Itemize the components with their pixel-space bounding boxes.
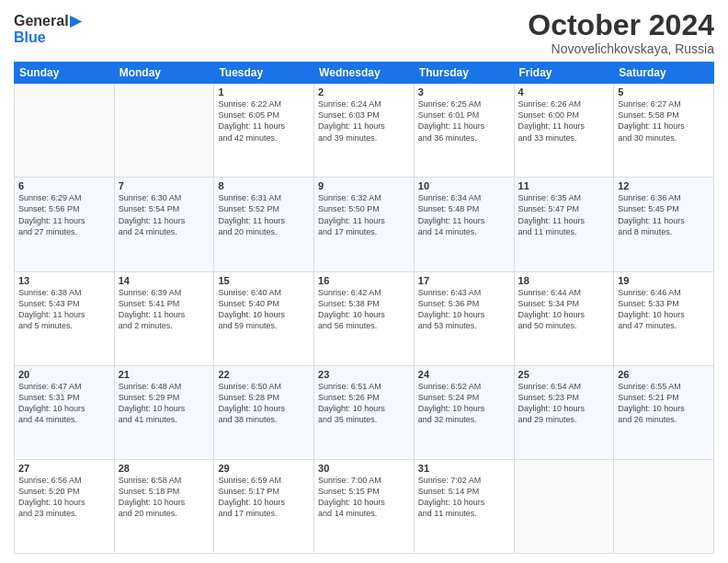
calendar-cell-w2-d3: 9Sunrise: 6:32 AM Sunset: 5:50 PM Daylig…	[314, 178, 415, 271]
day-info: Sunrise: 6:40 AM Sunset: 5:40 PM Dayligh…	[218, 287, 310, 332]
day-number: 24	[418, 369, 510, 380]
day-number: 19	[618, 275, 710, 286]
day-number: 28	[119, 463, 210, 474]
location: Novovelichkovskaya, Russia	[528, 41, 714, 56]
month-title: October 2024	[528, 9, 714, 41]
day-info: Sunrise: 6:54 AM Sunset: 5:23 PM Dayligh…	[518, 381, 610, 426]
calendar-week-3: 13Sunrise: 6:38 AM Sunset: 5:43 PM Dayli…	[15, 271, 714, 365]
day-number: 26	[618, 369, 710, 380]
calendar-header-row: Sunday Monday Tuesday Wednesday Thursday…	[15, 63, 714, 84]
day-info: Sunrise: 6:27 AM Sunset: 5:58 PM Dayligh…	[618, 98, 710, 144]
day-number: 18	[518, 275, 610, 286]
day-number: 12	[618, 180, 710, 191]
calendar-cell-w1-d3: 2Sunrise: 6:24 AM Sunset: 6:03 PM Daylig…	[314, 84, 415, 178]
calendar-cell-w3-d1: 14Sunrise: 6:39 AM Sunset: 5:41 PM Dayli…	[114, 271, 214, 365]
day-info: Sunrise: 6:52 AM Sunset: 5:24 PM Dayligh…	[418, 381, 510, 426]
day-number: 3	[418, 86, 510, 98]
day-info: Sunrise: 6:43 AM Sunset: 5:36 PM Dayligh…	[418, 287, 510, 332]
day-number: 1	[218, 86, 310, 98]
day-info: Sunrise: 6:38 AM Sunset: 5:43 PM Dayligh…	[18, 287, 110, 332]
day-info: Sunrise: 6:36 AM Sunset: 5:45 PM Dayligh…	[618, 192, 710, 237]
day-number: 14	[119, 275, 210, 286]
day-info: Sunrise: 6:55 AM Sunset: 5:21 PM Dayligh…	[618, 381, 710, 426]
calendar-week-2: 6Sunrise: 6:29 AM Sunset: 5:56 PM Daylig…	[15, 178, 714, 271]
calendar-cell-w5-d3: 30Sunrise: 7:00 AM Sunset: 5:15 PM Dayli…	[314, 459, 415, 553]
day-number: 15	[218, 275, 310, 286]
day-info: Sunrise: 6:25 AM Sunset: 6:01 PM Dayligh…	[418, 98, 510, 144]
day-number: 27	[18, 463, 110, 474]
day-number: 29	[218, 463, 310, 474]
calendar-cell-w2-d2: 8Sunrise: 6:31 AM Sunset: 5:52 PM Daylig…	[214, 178, 314, 271]
calendar-cell-w4-d3: 23Sunrise: 6:51 AM Sunset: 5:26 PM Dayli…	[314, 365, 415, 459]
day-info: Sunrise: 6:42 AM Sunset: 5:38 PM Dayligh…	[318, 287, 410, 332]
col-friday: Friday	[514, 63, 614, 84]
day-info: Sunrise: 6:39 AM Sunset: 5:41 PM Dayligh…	[119, 287, 210, 332]
day-info: Sunrise: 6:22 AM Sunset: 6:05 PM Dayligh…	[218, 98, 310, 144]
calendar-cell-w1-d5: 4Sunrise: 6:26 AM Sunset: 6:00 PM Daylig…	[514, 84, 614, 178]
calendar-cell-w4-d5: 25Sunrise: 6:54 AM Sunset: 5:23 PM Dayli…	[514, 365, 614, 459]
calendar-cell-w4-d6: 26Sunrise: 6:55 AM Sunset: 5:21 PM Dayli…	[614, 365, 714, 459]
logo-blue: Blue	[14, 29, 81, 46]
day-number: 16	[318, 275, 410, 286]
logo-general: General▶	[14, 13, 81, 29]
day-number: 10	[418, 180, 510, 191]
day-info: Sunrise: 6:44 AM Sunset: 5:34 PM Dayligh…	[518, 287, 610, 332]
calendar-body: 1Sunrise: 6:22 AM Sunset: 6:05 PM Daylig…	[15, 84, 714, 554]
day-number: 8	[218, 180, 310, 191]
day-number: 22	[218, 369, 310, 380]
calendar-week-4: 20Sunrise: 6:47 AM Sunset: 5:31 PM Dayli…	[15, 365, 714, 459]
calendar-cell-w4-d2: 22Sunrise: 6:50 AM Sunset: 5:28 PM Dayli…	[214, 365, 314, 459]
day-info: Sunrise: 6:58 AM Sunset: 5:18 PM Dayligh…	[119, 475, 210, 520]
calendar-cell-w3-d4: 17Sunrise: 6:43 AM Sunset: 5:36 PM Dayli…	[414, 271, 514, 365]
calendar-cell-w3-d2: 15Sunrise: 6:40 AM Sunset: 5:40 PM Dayli…	[214, 271, 314, 365]
logo-flag-icon: ▶	[70, 13, 81, 29]
day-info: Sunrise: 6:31 AM Sunset: 5:52 PM Dayligh…	[218, 192, 310, 237]
day-number: 21	[119, 369, 210, 380]
calendar-week-5: 27Sunrise: 6:56 AM Sunset: 5:20 PM Dayli…	[15, 459, 714, 553]
day-number: 9	[318, 180, 410, 191]
day-info: Sunrise: 6:34 AM Sunset: 5:48 PM Dayligh…	[418, 192, 510, 237]
day-number: 31	[418, 463, 510, 474]
day-number: 6	[18, 180, 110, 191]
calendar-cell-w1-d4: 3Sunrise: 6:25 AM Sunset: 6:01 PM Daylig…	[414, 84, 514, 178]
col-saturday: Saturday	[614, 63, 714, 84]
calendar-cell-w5-d1: 28Sunrise: 6:58 AM Sunset: 5:18 PM Dayli…	[114, 459, 214, 553]
day-info: Sunrise: 6:47 AM Sunset: 5:31 PM Dayligh…	[18, 381, 110, 426]
col-tuesday: Tuesday	[214, 63, 314, 84]
calendar-cell-w3-d5: 18Sunrise: 6:44 AM Sunset: 5:34 PM Dayli…	[514, 271, 614, 365]
day-info: Sunrise: 6:56 AM Sunset: 5:20 PM Dayligh…	[18, 475, 110, 520]
day-number: 5	[618, 86, 710, 98]
day-info: Sunrise: 6:50 AM Sunset: 5:28 PM Dayligh…	[218, 381, 310, 426]
calendar-cell-w5-d5	[514, 459, 614, 553]
day-info: Sunrise: 6:30 AM Sunset: 5:54 PM Dayligh…	[119, 192, 210, 237]
day-number: 25	[518, 369, 610, 380]
calendar-cell-w4-d1: 21Sunrise: 6:48 AM Sunset: 5:29 PM Dayli…	[114, 365, 214, 459]
calendar-cell-w3-d0: 13Sunrise: 6:38 AM Sunset: 5:43 PM Dayli…	[15, 271, 115, 365]
calendar-cell-w4-d4: 24Sunrise: 6:52 AM Sunset: 5:24 PM Dayli…	[414, 365, 514, 459]
day-number: 30	[318, 463, 410, 474]
page: General▶ Blue October 2024 Novovelichkov…	[0, 0, 728, 563]
day-info: Sunrise: 6:59 AM Sunset: 5:17 PM Dayligh…	[218, 475, 310, 520]
day-info: Sunrise: 6:29 AM Sunset: 5:56 PM Dayligh…	[18, 192, 110, 237]
calendar-cell-w2-d0: 6Sunrise: 6:29 AM Sunset: 5:56 PM Daylig…	[15, 178, 115, 271]
calendar-cell-w1-d2: 1Sunrise: 6:22 AM Sunset: 6:05 PM Daylig…	[214, 84, 314, 178]
day-info: Sunrise: 7:00 AM Sunset: 5:15 PM Dayligh…	[318, 475, 410, 520]
day-info: Sunrise: 6:26 AM Sunset: 6:00 PM Dayligh…	[518, 98, 610, 144]
day-info: Sunrise: 6:35 AM Sunset: 5:47 PM Dayligh…	[518, 192, 610, 237]
day-number: 2	[318, 86, 410, 98]
day-info: Sunrise: 6:51 AM Sunset: 5:26 PM Dayligh…	[318, 381, 410, 426]
header: General▶ Blue October 2024 Novovelichkov…	[14, 9, 714, 56]
calendar-cell-w4-d0: 20Sunrise: 6:47 AM Sunset: 5:31 PM Dayli…	[15, 365, 115, 459]
calendar-cell-w1-d1	[114, 84, 214, 178]
day-number: 4	[518, 86, 610, 98]
day-number: 11	[518, 180, 610, 191]
col-sunday: Sunday	[15, 63, 115, 84]
logo: General▶ Blue	[14, 13, 81, 45]
title-area: October 2024 Novovelichkovskaya, Russia	[528, 9, 714, 56]
calendar-cell-w3-d3: 16Sunrise: 6:42 AM Sunset: 5:38 PM Dayli…	[314, 271, 415, 365]
calendar-cell-w2-d4: 10Sunrise: 6:34 AM Sunset: 5:48 PM Dayli…	[414, 178, 514, 271]
calendar-table: Sunday Monday Tuesday Wednesday Thursday…	[14, 62, 714, 554]
day-number: 20	[18, 369, 110, 380]
col-monday: Monday	[114, 63, 214, 84]
day-number: 23	[318, 369, 410, 380]
